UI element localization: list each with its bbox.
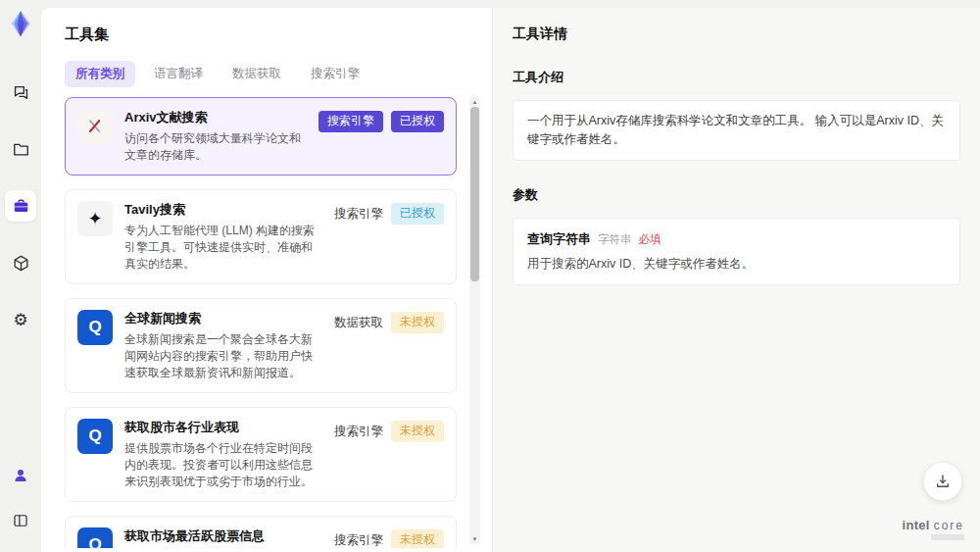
tab-all-categories[interactable]: 所有类别 bbox=[65, 61, 135, 87]
tool-name: Arxiv文献搜索 bbox=[124, 109, 307, 126]
tool-name: Tavily搜索 bbox=[124, 201, 322, 219]
intro-heading: 工具介绍 bbox=[513, 69, 960, 86]
brand-badge-bar bbox=[931, 534, 964, 540]
cube-icon[interactable] bbox=[5, 247, 36, 278]
tool-detail-panel: 工具详情 工具介绍 一个用于从Arxiv存储库搜索科学论文和文章的工具。 输入可… bbox=[493, 8, 980, 552]
q-app-icon: Q bbox=[77, 419, 113, 454]
intel-core-logo: intel core bbox=[903, 518, 965, 540]
param-type: 字符串 bbox=[598, 232, 632, 247]
tab-data-acquisition[interactable]: 数据获取 bbox=[221, 61, 292, 87]
tool-card-sector-performance[interactable]: Q 获取股市各行业表现 提供股票市场各个行业在特定时间段内的表现。投资者可以利用… bbox=[65, 407, 457, 502]
param-desc: 用于搜索的Arxiv ID、关键字或作者姓名。 bbox=[527, 256, 946, 273]
tool-desc: 访问各个研究领域大量科学论文和文章的存储库。 bbox=[124, 130, 307, 164]
param-required-badge: 必填 bbox=[639, 232, 662, 247]
category-label: 搜索引擎 bbox=[334, 529, 383, 548]
download-button[interactable] bbox=[923, 462, 962, 501]
brand-core: core bbox=[934, 519, 964, 532]
tools-panel: 工具集 所有类别 语言翻译 数据获取 搜索引擎 Arxiv文献搜索 访问各个研究… bbox=[41, 8, 493, 552]
toolbox-icon[interactable] bbox=[5, 190, 36, 222]
left-rail: ⚙ bbox=[0, 0, 41, 552]
tool-name: 获取市场最活跃股票信息 bbox=[124, 527, 322, 545]
param-card: 查询字符串 字符串 必填 用于搜索的Arxiv ID、关键字或作者姓名。 bbox=[513, 218, 960, 285]
tool-list: Arxiv文献搜索 访问各个研究领域大量科学论文和文章的存储库。 搜索引擎 已授… bbox=[65, 97, 492, 548]
tool-desc: 提供股票市场各个行业在特定时间段内的表现。投资者可以利用这些信息来识别表现优于或… bbox=[124, 440, 322, 490]
page-title: 工具集 bbox=[65, 25, 492, 44]
chat-icon[interactable] bbox=[5, 76, 36, 108]
rail-nav: ⚙ bbox=[5, 76, 36, 335]
brand-intel: intel bbox=[903, 518, 930, 532]
download-icon bbox=[934, 473, 952, 490]
tool-name: 获取股市各行业表现 bbox=[124, 419, 322, 436]
param-name: 查询字符串 bbox=[527, 230, 591, 248]
q-app-icon: Q bbox=[77, 310, 113, 345]
scroll-down-arrow[interactable]: ▼ bbox=[469, 535, 480, 543]
category-tabs: 所有类别 语言翻译 数据获取 搜索引擎 bbox=[65, 61, 492, 87]
tool-name: 全球新闻搜索 bbox=[124, 310, 322, 327]
params-heading: 参数 bbox=[513, 186, 960, 204]
tool-desc: 专为人工智能代理 (LLM) 构建的搜索引擎工具。可快速提供实时、准确和真实的结… bbox=[124, 223, 322, 273]
arxiv-logo-icon bbox=[77, 109, 113, 144]
app-logo-icon bbox=[7, 10, 34, 37]
panel-toggle-icon[interactable] bbox=[5, 505, 36, 536]
category-label: 数据获取 bbox=[334, 312, 383, 334]
tool-card-most-active-stocks[interactable]: Q 获取市场最活跃股票信息 提供当天交易量最高的股票列表，投资者可以利用这些信息… bbox=[65, 516, 457, 548]
tool-card-arxiv[interactable]: Arxiv文献搜索 访问各个研究领域大量科学论文和文章的存储库。 搜索引擎 已授… bbox=[65, 97, 457, 176]
auth-status-badge: 未授权 bbox=[391, 312, 444, 333]
tab-search-engine[interactable]: 搜索引擎 bbox=[300, 61, 370, 87]
category-label: 搜索引擎 bbox=[334, 421, 383, 443]
tool-intro-text: 一个用于从Arxiv存储库搜索科学论文和文章的工具。 输入可以是Arxiv ID… bbox=[513, 100, 960, 161]
tool-desc: 全球新闻搜索是一个聚合全球各大新闻网站内容的搜索引擎，帮助用户快速获取全球最新资… bbox=[124, 331, 322, 381]
account-avatar-icon[interactable] bbox=[5, 460, 36, 491]
folder-icon[interactable] bbox=[5, 133, 36, 165]
tavily-star-icon: ✦ bbox=[77, 201, 113, 236]
rail-bottom bbox=[5, 460, 36, 552]
tool-card-global-news[interactable]: Q 全球新闻搜索 全球新闻搜索是一个聚合全球各大新闻网站内容的搜索引擎，帮助用户… bbox=[65, 298, 457, 393]
tab-language-translation[interactable]: 语言翻译 bbox=[143, 61, 214, 87]
scrollbar-thumb[interactable] bbox=[470, 107, 479, 281]
tool-card-tavily[interactable]: ✦ Tavily搜索 专为人工智能代理 (LLM) 构建的搜索引擎工具。可快速提… bbox=[65, 189, 457, 284]
settings-gear-icon[interactable]: ⚙ bbox=[5, 304, 36, 335]
auth-status-badge: 未授权 bbox=[391, 529, 444, 548]
auth-status-badge: 未授权 bbox=[391, 421, 444, 442]
detail-title: 工具详情 bbox=[513, 25, 960, 43]
category-badge: 搜索引擎 bbox=[318, 111, 383, 132]
auth-status-badge: 已授权 bbox=[391, 203, 444, 225]
list-scrollbar[interactable]: ▲ ▼ bbox=[469, 97, 480, 544]
q-app-icon: Q bbox=[77, 527, 113, 548]
auth-status-badge: 已授权 bbox=[391, 111, 444, 132]
scroll-up-arrow[interactable]: ▲ bbox=[469, 98, 480, 106]
category-label: 搜索引擎 bbox=[334, 203, 383, 226]
